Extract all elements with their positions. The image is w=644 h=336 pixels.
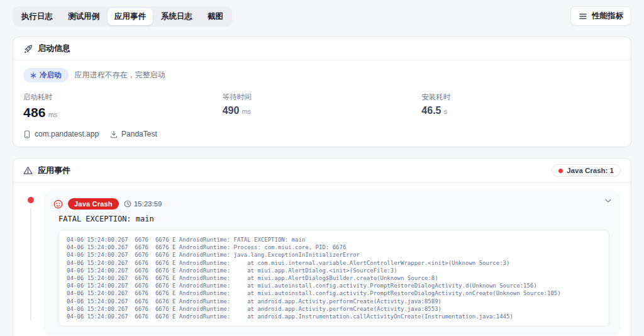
startup-mode-row: 冷启动 应用进程不存在，完整启动 [23, 68, 621, 82]
snowflake-icon [30, 72, 36, 79]
tab-execution-log[interactable]: 执行日志 [14, 8, 60, 25]
log-line: 04-06 15:24:00.267 6676 6676 E AndroidRu… [67, 305, 601, 313]
event-timeline [23, 191, 43, 335]
log-line: 04-06 15:24:00.267 6676 6676 E AndroidRu… [67, 267, 601, 274]
metric-install-time: 安装耗时 46.5 s [421, 92, 621, 120]
startup-info-body: 冷启动 应用进程不存在，完整启动 启动耗时 486 ms 等待时间 490 ms… [13, 60, 631, 147]
metric-wait-time: 等待时间 490 ms [223, 92, 422, 120]
log-line: 04-06 15:24:00.267 6676 6676 E AndroidRu… [67, 282, 601, 289]
crash-entry-header: Java Crash 15:23:59 [53, 198, 611, 210]
metric-value: 46.5 [421, 105, 441, 116]
red-dot-icon [558, 169, 563, 173]
tab-strip: 执行日志 测试用例 应用事件 系统日志 截图 [13, 6, 232, 27]
app-name-chip[interactable]: PandaTest [110, 130, 157, 138]
list-icon [579, 12, 587, 21]
cold-start-description: 应用进程不存在，完整启动 [75, 70, 165, 81]
metric-unit: s [443, 108, 447, 115]
metric-unit: ms [48, 111, 58, 118]
bug-face-icon [53, 199, 63, 209]
app-name: PandaTest [121, 130, 157, 138]
app-identity-row: com.pandatest.app PandaTest [23, 130, 621, 138]
timeline-dot-icon [28, 197, 34, 203]
startup-info-title: 启动信息 [38, 43, 70, 54]
app-events-card: 应用事件 Java Crash: 1 Java Crash [13, 158, 631, 336]
warning-triangle-icon [23, 166, 33, 175]
tab-screenshots[interactable]: 截图 [201, 8, 230, 25]
crash-time-value: 15:23:59 [134, 200, 162, 208]
performance-metrics-button[interactable]: 性能指标 [570, 6, 631, 26]
top-bar: 执行日志 测试用例 应用事件 系统日志 截图 性能指标 [0, 0, 644, 27]
metric-value: 486 [23, 105, 46, 120]
metric-value: 490 [223, 105, 240, 116]
cold-start-badge: 冷启动 [23, 68, 69, 82]
app-events-body: Java Crash 15:23:59 FATAL EXCEPTION: mai… [13, 183, 631, 336]
tab-app-events[interactable]: 应用事件 [108, 8, 153, 25]
app-events-header: 应用事件 Java Crash: 1 [13, 159, 631, 183]
log-line: 04-06 15:24:00.267 6676 6676 E AndroidRu… [67, 251, 601, 259]
metric-launch-time: 启动耗时 486 ms [23, 92, 223, 120]
package-chip: com.pandatest.app [23, 130, 99, 138]
metric-label: 启动耗时 [23, 92, 223, 102]
java-crash-count-badge: Java Crash: 1 [552, 164, 621, 177]
metric-label: 安装耗时 [421, 92, 621, 102]
crash-type-badge: Java Crash [68, 198, 119, 210]
crash-log-box[interactable]: 04-06 15:24:00.267 6676 6676 E AndroidRu… [58, 230, 609, 327]
startup-info-card: 启动信息 冷启动 应用进程不存在，完整启动 启动耗时 486 ms [13, 36, 631, 147]
metric-unit: ms [242, 108, 251, 115]
log-line: 04-06 15:24:00.267 6676 6676 E AndroidRu… [67, 259, 601, 267]
crash-time: 15:23:59 [124, 200, 162, 208]
log-line: 04-06 15:24:00.267 6676 6676 E AndroidRu… [67, 244, 601, 251]
metric-label: 等待时间 [223, 92, 422, 102]
cold-start-label: 冷启动 [40, 70, 62, 80]
clock-icon [124, 200, 131, 208]
startup-metrics-row: 启动耗时 486 ms 等待时间 490 ms 安装耗时 46.5 s [23, 92, 621, 120]
tab-test-cases[interactable]: 测试用例 [61, 8, 106, 25]
log-line: 04-06 15:24:00.267 6676 6676 E AndroidRu… [67, 298, 601, 305]
startup-info-header: 启动信息 [13, 37, 631, 60]
tab-system-log[interactable]: 系统日志 [154, 8, 199, 25]
download-icon [110, 130, 118, 138]
crash-event-entry[interactable]: Java Crash 15:23:59 FATAL EXCEPTION: mai… [43, 191, 621, 335]
package-name: com.pandatest.app [35, 130, 99, 138]
log-line: 04-06 15:24:00.267 6676 6676 E AndroidRu… [67, 236, 601, 244]
crash-headline: FATAL EXCEPTION: main [58, 215, 611, 223]
log-line: 04-06 15:24:00.267 6676 6676 E AndroidRu… [67, 274, 601, 282]
phone-icon [23, 130, 31, 138]
performance-metrics-label: 性能指标 [592, 11, 623, 21]
log-line: 04-06 15:24:00.267 6676 6676 E AndroidRu… [67, 289, 601, 297]
app-events-title: 应用事件 [38, 165, 70, 176]
log-line: 04-06 15:24:00.267 6676 6676 E AndroidRu… [67, 313, 601, 320]
timeline-line [30, 208, 31, 320]
chevron-down-icon[interactable] [604, 198, 612, 203]
rocket-icon [23, 44, 33, 53]
java-crash-count-label: Java Crash: 1 [567, 167, 614, 174]
